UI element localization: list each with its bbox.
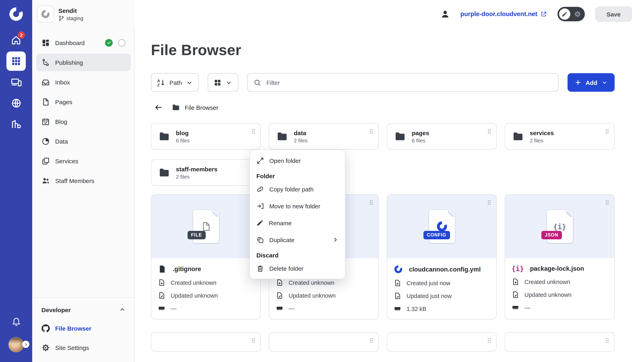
file-size: —	[171, 305, 176, 312]
add-label: Add	[586, 79, 597, 86]
context-menu-copy-folder-path[interactable]: Copy folder path	[250, 181, 345, 198]
developer-section: Developer File Browser Site Settings	[32, 297, 135, 362]
sidebar-item-staff-members[interactable]: Staff Members	[36, 172, 131, 189]
folder-card-pages[interactable]: pages 6 files	[387, 123, 497, 150]
account-person-icon[interactable]	[440, 9, 450, 19]
drag-handle-icon[interactable]	[604, 199, 610, 206]
app-window: 2	[0, 0, 644, 362]
drag-handle-icon[interactable]	[486, 199, 493, 206]
context-menu-duplicate[interactable]: Duplicate	[250, 231, 345, 248]
file-name: package-lock.json	[530, 265, 584, 272]
external-link-icon	[540, 11, 547, 17]
folder-file-count: 6 files	[176, 137, 190, 143]
site-sidebar: Sendit staging Dashboard Publishing	[32, 0, 135, 362]
site-domain-link[interactable]: purple-door.cloudvent.net	[460, 10, 547, 18]
rail-item-apps[interactable]	[6, 51, 26, 71]
sidebar-item-publishing[interactable]: Publishing	[36, 53, 131, 71]
link-icon	[256, 185, 264, 193]
file-preview: {i} JSON	[505, 195, 614, 258]
folder-icon	[394, 131, 406, 142]
drag-handle-icon[interactable]	[368, 337, 375, 344]
drag-handle-icon[interactable]	[486, 337, 493, 344]
grid-view-icon	[214, 79, 222, 86]
folder-card-data[interactable]: data 2 files	[269, 123, 379, 150]
rail-item-sites[interactable]	[6, 93, 26, 113]
cloudcannon-logo-icon[interactable]	[7, 5, 25, 23]
chevron-down-icon	[186, 79, 193, 86]
move-arrow-icon	[256, 202, 264, 210]
save-button[interactable]: Save	[595, 6, 632, 22]
drag-handle-icon[interactable]	[368, 128, 375, 135]
context-menu-move-to-new-folder[interactable]: Move to new folder	[250, 198, 345, 214]
folder-card-services[interactable]: services 2 files	[505, 123, 614, 150]
file-preview: FILE	[151, 195, 260, 258]
view-mode-button[interactable]	[208, 73, 238, 92]
drag-handle-icon[interactable]	[250, 128, 257, 135]
rail-item-organization[interactable]	[6, 114, 26, 134]
sidebar-item-dashboard[interactable]: Dashboard	[36, 34, 131, 51]
back-arrow-icon[interactable]	[154, 103, 163, 112]
pencil-icon	[256, 219, 264, 226]
people-icon	[42, 176, 50, 185]
dashboard-icon	[42, 38, 50, 47]
file-created: Created just now	[406, 280, 450, 286]
folder-icon	[172, 103, 180, 111]
sort-az-icon	[157, 78, 166, 87]
created-icon	[512, 278, 519, 286]
drag-handle-icon[interactable]	[604, 337, 610, 344]
organization-icon	[11, 118, 22, 129]
sidebar-item-site-settings[interactable]: Site Settings	[36, 339, 131, 356]
folder-file-count: 2 files	[176, 174, 218, 180]
expand-icon	[256, 157, 264, 164]
context-menu-open-folder[interactable]: Open folder	[250, 152, 345, 169]
app-rail: 2	[0, 0, 32, 362]
file-card-package-lock[interactable]: {i} JSON {i} package-lock.json Created u…	[505, 194, 614, 319]
developer-section-toggle[interactable]: Developer	[36, 302, 131, 318]
file-grid: FILE .gitignore Created unknown Updated …	[151, 194, 614, 352]
sidebar-item-file-browser[interactable]: File Browser	[36, 319, 131, 337]
file-page-icon: FILE	[193, 210, 219, 243]
file-size-icon	[512, 304, 519, 311]
file-card-partial[interactable]	[505, 332, 614, 352]
context-menu-rename[interactable]: Rename	[250, 214, 345, 231]
file-card-cloudcannon-config[interactable]: CONFIG cloudcannon.config.yml Created ju…	[387, 194, 497, 319]
folder-context-menu: Open folder Folder Copy folder path Move…	[250, 150, 345, 279]
site-header[interactable]: Sendit staging	[32, 0, 135, 28]
sidebar-item-data[interactable]: Data	[36, 132, 131, 150]
sort-button[interactable]: Path	[151, 73, 199, 92]
drag-handle-icon[interactable]	[604, 128, 610, 135]
created-icon	[158, 279, 166, 286]
menu-item-label: Copy folder path	[269, 186, 314, 192]
file-card-partial[interactable]	[151, 332, 261, 352]
context-menu-delete-folder[interactable]: Delete folder	[250, 260, 345, 277]
apps-grid-icon	[11, 56, 21, 66]
rail-item-home[interactable]: 2	[6, 30, 26, 50]
sidebar-item-inbox[interactable]: Inbox	[36, 73, 131, 91]
folder-card-staff-members[interactable]: staff-members 2 files	[151, 159, 261, 186]
edit-mode-toggle[interactable]	[558, 7, 585, 21]
drag-handle-icon[interactable]	[486, 128, 493, 135]
sidebar-item-blog[interactable]: Blog	[36, 113, 131, 130]
folder-icon	[512, 131, 524, 142]
add-button[interactable]: Add	[568, 73, 614, 92]
rail-item-notifications[interactable]	[6, 311, 26, 331]
rail-item-devices[interactable]	[6, 72, 26, 92]
file-card-partial[interactable]	[387, 332, 497, 352]
sidebar-item-pages[interactable]: Pages	[36, 93, 131, 111]
drag-handle-icon[interactable]	[250, 337, 257, 344]
folder-name: blog	[176, 129, 190, 136]
file-card-gitignore[interactable]: FILE .gitignore Created unknown Updated …	[151, 194, 261, 319]
file-type-badge: CONFIG	[423, 231, 450, 239]
expand-rail-chevron-icon[interactable]	[22, 341, 30, 348]
breadcrumb-root[interactable]: File Browser	[172, 103, 218, 111]
file-card-partial[interactable]	[269, 332, 379, 352]
sidebar-item-services[interactable]: Services	[36, 152, 131, 170]
file-icon	[158, 265, 167, 274]
drag-handle-icon[interactable]	[368, 199, 375, 206]
chevron-up-icon	[119, 307, 126, 313]
file-updated: Updated just now	[406, 293, 452, 299]
user-avatar[interactable]	[8, 337, 24, 352]
filter-input[interactable]	[266, 79, 552, 86]
folder-card-blog[interactable]: blog 6 files	[151, 123, 261, 150]
plus-icon	[574, 79, 582, 86]
